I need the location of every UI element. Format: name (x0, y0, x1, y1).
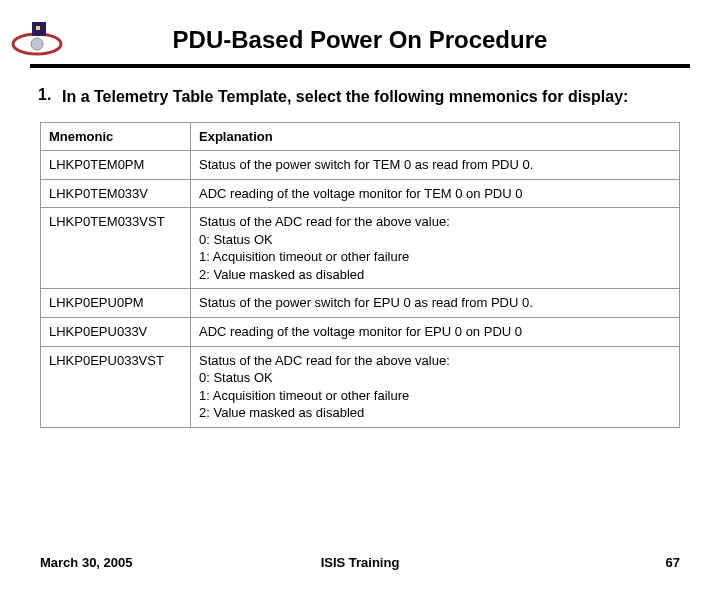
svg-point-3 (31, 38, 43, 50)
col-header-explanation: Explanation (191, 122, 680, 151)
mnemonic-table-wrap: Mnemonic Explanation LHKP0TEM0PM Status … (40, 122, 680, 428)
table-row: LHKP0EPU0PM Status of the power switch f… (41, 289, 680, 318)
cell-mnemonic: LHKP0TEM0PM (41, 151, 191, 180)
cell-mnemonic: LHKP0EPU0PM (41, 289, 191, 318)
table-row: LHKP0TEM0PM Status of the power switch f… (41, 151, 680, 180)
cell-explanation: Status of the ADC read for the above val… (191, 346, 680, 427)
footer-center: ISIS Training (321, 555, 400, 570)
table-row: LHKP0EPU033V ADC reading of the voltage … (41, 317, 680, 346)
table-row: LHKP0TEM033VST Status of the ADC read fo… (41, 208, 680, 289)
footer-date: March 30, 2005 (40, 555, 133, 570)
cell-mnemonic: LHKP0TEM033VST (41, 208, 191, 289)
slide: PDU-Based Power On Procedure 1. In a Tel… (0, 0, 720, 590)
table-row: LHKP0TEM033V ADC reading of the voltage … (41, 179, 680, 208)
svg-rect-2 (36, 26, 40, 30)
col-header-mnemonic: Mnemonic (41, 122, 191, 151)
header: PDU-Based Power On Procedure (30, 26, 690, 54)
cell-mnemonic: LHKP0EPU033V (41, 317, 191, 346)
footer: March 30, 2005 ISIS Training 67 (0, 555, 720, 570)
mnemonic-table: Mnemonic Explanation LHKP0TEM0PM Status … (40, 122, 680, 428)
step-number: 1. (38, 86, 62, 104)
cell-mnemonic: LHKP0EPU033VST (41, 346, 191, 427)
step-1: 1. In a Telemetry Table Template, select… (38, 86, 690, 108)
page-title: PDU-Based Power On Procedure (173, 26, 548, 54)
footer-page: 67 (666, 555, 680, 570)
step-text: In a Telemetry Table Template, select th… (62, 86, 628, 108)
table-row: LHKP0EPU033VST Status of the ADC read fo… (41, 346, 680, 427)
cell-mnemonic: LHKP0TEM033V (41, 179, 191, 208)
divider (30, 64, 690, 68)
cell-explanation: ADC reading of the voltage monitor for T… (191, 179, 680, 208)
cell-explanation: Status of the power switch for TEM 0 as … (191, 151, 680, 180)
cell-explanation: ADC reading of the voltage monitor for E… (191, 317, 680, 346)
table-header-row: Mnemonic Explanation (41, 122, 680, 151)
isis-logo (10, 16, 64, 64)
cell-explanation: Status of the power switch for EPU 0 as … (191, 289, 680, 318)
cell-explanation: Status of the ADC read for the above val… (191, 208, 680, 289)
